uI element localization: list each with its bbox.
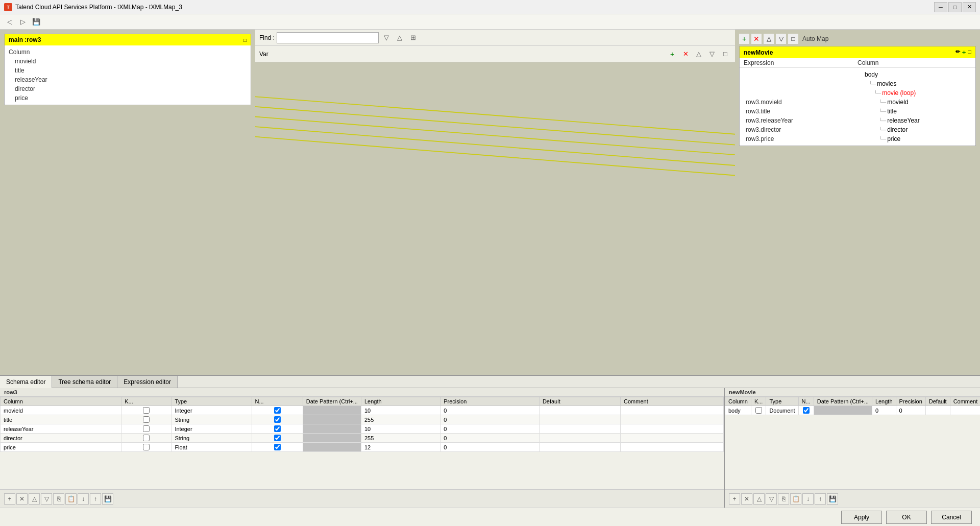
cell-nullable[interactable] bbox=[252, 443, 303, 452]
left-up-btn[interactable]: △ bbox=[29, 493, 40, 505]
back-button[interactable]: ◁ bbox=[4, 16, 15, 28]
var-up-button[interactable]: △ bbox=[693, 49, 704, 60]
list-item[interactable]: movield bbox=[5, 57, 251, 66]
tree-body-label[interactable]: body bbox=[859, 71, 878, 78]
find-options-button[interactable]: ⊞ bbox=[407, 32, 419, 43]
target-edit-icon[interactable]: ✏ bbox=[955, 49, 960, 56]
cancel-button[interactable]: Cancel bbox=[931, 511, 972, 524]
right-del-button[interactable]: ✕ bbox=[751, 34, 762, 44]
right-down-btn[interactable]: ▽ bbox=[766, 493, 777, 505]
right-save-btn[interactable]: 💾 bbox=[827, 493, 838, 505]
find-input[interactable] bbox=[277, 32, 379, 43]
cell-nullable[interactable] bbox=[252, 406, 303, 415]
table-row[interactable]: movield Integer 10 0 bbox=[1, 406, 724, 415]
list-item[interactable]: price bbox=[5, 93, 251, 103]
right-up-button[interactable]: △ bbox=[764, 34, 774, 44]
cell-nullable[interactable] bbox=[798, 406, 814, 415]
right-doc-button[interactable]: □ bbox=[788, 34, 798, 44]
cell-key[interactable] bbox=[751, 406, 766, 415]
var-add-button[interactable]: + bbox=[667, 49, 678, 60]
cell-type: Integer bbox=[172, 406, 252, 415]
cell-key[interactable] bbox=[121, 434, 172, 443]
table-row[interactable]: releaseYear Integer 10 0 bbox=[1, 424, 724, 434]
left-save-btn[interactable]: 💾 bbox=[102, 493, 113, 505]
list-item[interactable]: director bbox=[5, 84, 251, 93]
app-icon: T bbox=[4, 3, 12, 11]
cell-key[interactable] bbox=[121, 406, 172, 415]
left-del-row-btn[interactable]: ✕ bbox=[16, 493, 28, 505]
right-import-btn[interactable]: ↓ bbox=[802, 493, 814, 505]
cell-key[interactable] bbox=[121, 415, 172, 424]
var-down-button[interactable]: ▽ bbox=[706, 49, 718, 60]
table-row[interactable]: price Float 12 0 bbox=[1, 443, 724, 452]
cell-nullable[interactable] bbox=[252, 415, 303, 424]
tree-movie-loop-label[interactable]: movie (loop) bbox=[882, 89, 916, 97]
ok-button[interactable]: OK bbox=[886, 511, 927, 524]
apply-button[interactable]: Apply bbox=[841, 511, 882, 524]
svg-line-0 bbox=[255, 97, 735, 134]
right-export-btn[interactable]: ↑ bbox=[815, 493, 826, 505]
right-add-row-btn[interactable]: + bbox=[729, 493, 740, 505]
cell-comment bbox=[950, 406, 980, 415]
tree-movield[interactable]: movield bbox=[887, 99, 908, 106]
cell-comment bbox=[621, 424, 724, 434]
save-button[interactable]: 💾 bbox=[31, 16, 42, 28]
cell-key[interactable] bbox=[121, 443, 172, 452]
left-import-btn[interactable]: ↓ bbox=[78, 493, 89, 505]
right-add-button[interactable]: + bbox=[739, 34, 749, 44]
var-doc-button[interactable]: □ bbox=[720, 49, 731, 60]
target-add-icon[interactable]: + bbox=[962, 49, 966, 56]
table-row[interactable]: director String 255 0 bbox=[1, 434, 724, 443]
right-col-header-default: Default bbox=[925, 397, 950, 406]
right-down-button[interactable]: ▽ bbox=[776, 34, 786, 44]
action-bar: Apply OK Cancel bbox=[0, 508, 980, 526]
tab-expression-editor[interactable]: Expression editor bbox=[117, 376, 178, 388]
tree-director[interactable]: director bbox=[887, 126, 908, 133]
window-controls: ─ □ ✕ bbox=[934, 2, 976, 12]
forward-button[interactable]: ▷ bbox=[17, 16, 29, 28]
left-export-btn[interactable]: ↑ bbox=[90, 493, 101, 505]
right-copy-btn[interactable]: ⎘ bbox=[778, 493, 789, 505]
cell-column: body bbox=[725, 406, 751, 415]
find-up-button[interactable]: △ bbox=[394, 32, 405, 43]
cell-datepattern bbox=[303, 434, 361, 443]
list-item[interactable]: releaseYear bbox=[5, 75, 251, 84]
cell-comment bbox=[621, 443, 724, 452]
cell-nullable[interactable] bbox=[252, 434, 303, 443]
right-del-row-btn[interactable]: ✕ bbox=[741, 493, 752, 505]
tree-movies-label[interactable]: movies bbox=[877, 80, 896, 87]
tab-tree-schema-editor[interactable]: Tree schema editor bbox=[52, 376, 117, 388]
table-row[interactable]: title String 255 0 bbox=[1, 415, 724, 424]
minimize-button[interactable]: ─ bbox=[934, 2, 947, 12]
cell-nullable[interactable] bbox=[252, 424, 303, 434]
find-label: Find : bbox=[259, 34, 275, 41]
right-paste-btn[interactable]: 📋 bbox=[790, 493, 801, 505]
expression-col-header: Expression bbox=[744, 59, 857, 66]
left-copy-btn[interactable]: ⎘ bbox=[53, 493, 64, 505]
svg-line-3 bbox=[255, 127, 735, 165]
tree-releaseyear[interactable]: releaseYear bbox=[887, 117, 920, 124]
left-add-row-btn[interactable]: + bbox=[4, 493, 15, 505]
tab-schema-editor[interactable]: Schema editor bbox=[0, 376, 52, 388]
left-paste-btn[interactable]: 📋 bbox=[65, 493, 77, 505]
tree-row-title: row3.title └─ title bbox=[740, 107, 975, 116]
svg-line-4 bbox=[255, 137, 735, 176]
right-col-header-type: Type bbox=[766, 397, 798, 406]
middle-panel: Find : ▽ △ ⊞ Var + ✕ △ ▽ □ bbox=[255, 30, 735, 375]
cell-key[interactable] bbox=[121, 424, 172, 434]
target-pin-icon[interactable]: □ bbox=[968, 49, 971, 56]
left-down-btn[interactable]: ▽ bbox=[41, 493, 52, 505]
tree-price[interactable]: price bbox=[887, 135, 900, 142]
table-row[interactable]: body Document 0 0 bbox=[725, 406, 981, 415]
source-schema-pin-icon[interactable]: □ bbox=[243, 37, 247, 43]
close-button[interactable]: ✕ bbox=[963, 2, 976, 12]
expr-director: row3.director bbox=[746, 126, 859, 133]
find-down-button[interactable]: ▽ bbox=[381, 32, 392, 43]
var-del-button[interactable]: ✕ bbox=[680, 49, 691, 60]
var-bar: Var + ✕ △ ▽ □ bbox=[255, 46, 735, 62]
tree-title[interactable]: title bbox=[887, 108, 897, 115]
list-item[interactable]: title bbox=[5, 66, 251, 75]
cell-type: Document bbox=[766, 406, 798, 415]
right-up-btn[interactable]: △ bbox=[753, 493, 765, 505]
maximize-button[interactable]: □ bbox=[948, 2, 962, 12]
